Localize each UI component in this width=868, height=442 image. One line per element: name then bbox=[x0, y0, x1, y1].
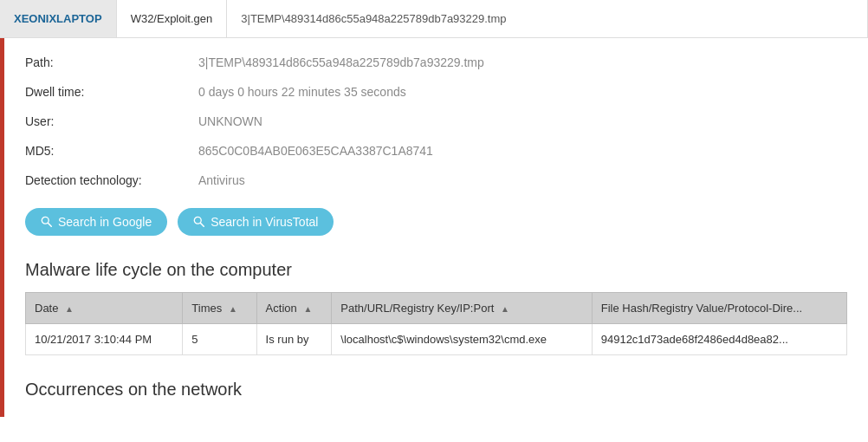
breadcrumb-host[interactable]: XEONIXLAPTOP bbox=[0, 0, 117, 37]
breadcrumb-host-label: XEONIXLAPTOP bbox=[14, 12, 102, 25]
search-icon bbox=[41, 216, 53, 228]
sort-action-icon: ▲ bbox=[303, 304, 312, 314]
md5-value: 865C0C0B4AB0E063E5CAA3387C1A8741 bbox=[198, 144, 433, 158]
main-content: Path: 3|TEMP\489314d86c55a948a225789db7a… bbox=[0, 38, 868, 417]
detection-row: Detection technology: Antivirus bbox=[25, 173, 847, 187]
svg-line-1 bbox=[48, 223, 51, 226]
search-google-label: Search in Google bbox=[58, 215, 152, 229]
col-file-hash: File Hash/Registry Value/Protocol-Dire..… bbox=[592, 293, 846, 324]
table-header-row: Date ▲ Times ▲ Action ▲ Path/URL/Registr… bbox=[26, 293, 847, 324]
detection-label: Detection technology: bbox=[25, 173, 198, 187]
md5-label: MD5: bbox=[25, 144, 198, 158]
search-google-button[interactable]: Search in Google bbox=[25, 208, 167, 236]
search-buttons: Search in Google Search in VirusTotal bbox=[25, 208, 847, 236]
detection-value: Antivirus bbox=[198, 173, 245, 187]
path-label: Path: bbox=[25, 55, 198, 69]
dwell-label: Dwell time: bbox=[25, 85, 198, 99]
user-label: User: bbox=[25, 114, 198, 128]
cell-action: Is run by bbox=[256, 324, 332, 355]
lifecycle-table: Date ▲ Times ▲ Action ▲ Path/URL/Registr… bbox=[25, 292, 847, 355]
col-times-label: Times bbox=[191, 302, 222, 315]
occurrences-heading: Occurrences on the network bbox=[25, 380, 847, 400]
dwell-value: 0 days 0 hours 22 minutes 35 seconds bbox=[198, 85, 406, 99]
search-icon-vt bbox=[193, 216, 205, 228]
col-file-hash-label: File Hash/Registry Value/Protocol-Dire..… bbox=[601, 302, 802, 315]
cell-path_url: \localhost\c$\windows\system32\cmd.exe bbox=[332, 324, 592, 355]
user-row: User: UNKNOWN bbox=[25, 114, 847, 128]
col-path-url-label: Path/URL/Registry Key/IP:Port bbox=[340, 302, 494, 315]
cell-file_hash: 94912c1d73ade68f2486ed4d8ea82... bbox=[592, 324, 846, 355]
col-path-url[interactable]: Path/URL/Registry Key/IP:Port ▲ bbox=[332, 293, 592, 324]
path-value: 3|TEMP\489314d86c55a948a225789db7a93229.… bbox=[198, 55, 484, 69]
search-virustotal-label: Search in VirusTotal bbox=[211, 215, 318, 229]
md5-row: MD5: 865C0C0B4AB0E063E5CAA3387C1A8741 bbox=[25, 144, 847, 158]
sort-times-icon: ▲ bbox=[229, 304, 237, 314]
search-virustotal-button[interactable]: Search in VirusTotal bbox=[178, 208, 334, 236]
breadcrumb-bar: XEONIXLAPTOP W32/Exploit.gen 3|TEMP\4893… bbox=[0, 0, 868, 38]
svg-line-3 bbox=[201, 223, 204, 226]
col-action-label: Action bbox=[266, 302, 297, 315]
path-row: Path: 3|TEMP\489314d86c55a948a225789db7a… bbox=[25, 55, 847, 69]
breadcrumb-path: 3|TEMP\489314d86c55a948a225789db7a93229.… bbox=[227, 0, 868, 37]
lifecycle-heading: Malware life cycle on the computer bbox=[25, 260, 847, 280]
breadcrumb-threat-label: W32/Exploit.gen bbox=[131, 12, 213, 25]
col-date[interactable]: Date ▲ bbox=[26, 293, 183, 324]
cell-times: 5 bbox=[183, 324, 256, 355]
sort-date-icon: ▲ bbox=[65, 304, 74, 314]
cell-date: 10/21/2017 3:10:44 PM bbox=[26, 324, 183, 355]
col-date-label: Date bbox=[35, 302, 58, 315]
dwell-row: Dwell time: 0 days 0 hours 22 minutes 35… bbox=[25, 85, 847, 99]
table-row: 10/21/2017 3:10:44 PM5Is run by\localhos… bbox=[26, 324, 847, 355]
sort-path-icon: ▲ bbox=[501, 304, 509, 314]
breadcrumb-path-label: 3|TEMP\489314d86c55a948a225789db7a93229.… bbox=[241, 12, 506, 25]
user-value: UNKNOWN bbox=[198, 114, 262, 128]
breadcrumb-threat[interactable]: W32/Exploit.gen bbox=[117, 0, 228, 37]
col-times[interactable]: Times ▲ bbox=[183, 293, 256, 324]
col-action[interactable]: Action ▲ bbox=[256, 293, 332, 324]
